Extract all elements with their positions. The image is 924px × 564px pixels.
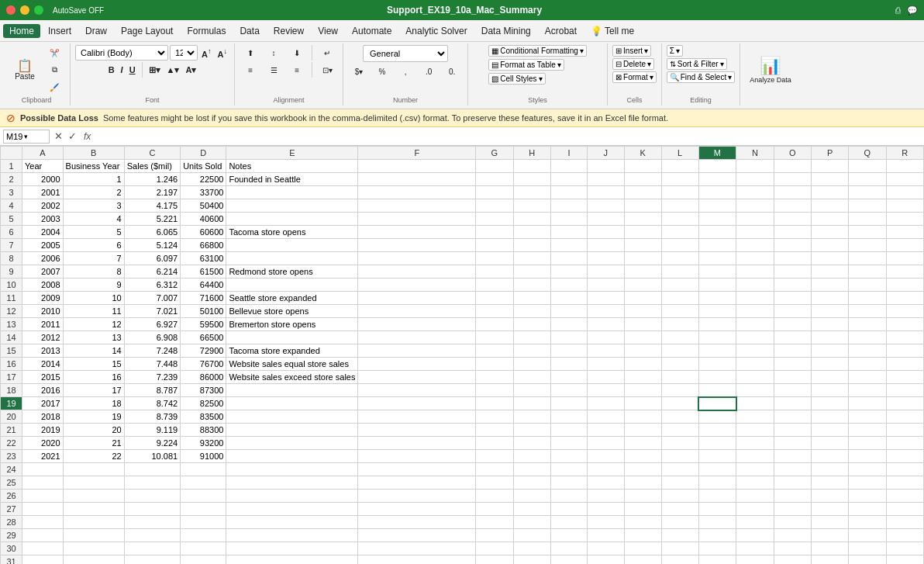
format-as-table-btn[interactable]: ▤ Format as Table ▾	[488, 59, 564, 71]
cell[interactable]	[358, 529, 476, 542]
cell[interactable]	[736, 450, 774, 463]
cell[interactable]	[849, 239, 886, 252]
menu-data-mining[interactable]: Data Mining	[475, 24, 537, 38]
cell[interactable]	[774, 226, 811, 239]
cell[interactable]	[550, 424, 587, 437]
col-header-q[interactable]: Q	[849, 147, 886, 160]
cell[interactable]	[698, 292, 736, 305]
cell[interactable]	[181, 490, 226, 503]
cell[interactable]	[811, 252, 848, 265]
cell[interactable]	[624, 265, 661, 279]
cell[interactable]	[886, 213, 923, 226]
cell[interactable]	[624, 463, 661, 476]
cell[interactable]	[63, 542, 124, 555]
row-number[interactable]: 2	[1, 173, 22, 186]
cell[interactable]	[698, 265, 736, 279]
menu-review[interactable]: Review	[267, 24, 310, 38]
cell[interactable]	[661, 252, 698, 265]
col-header-h[interactable]: H	[513, 147, 550, 160]
cell[interactable]	[226, 331, 358, 344]
cell[interactable]	[476, 463, 513, 476]
cell[interactable]	[886, 173, 923, 186]
col-header-b[interactable]: B	[63, 147, 124, 160]
cell[interactable]	[358, 186, 476, 199]
cell[interactable]	[476, 397, 513, 410]
cell[interactable]	[886, 410, 923, 424]
cell[interactable]	[849, 410, 886, 424]
cell[interactable]	[513, 213, 550, 226]
cell[interactable]	[624, 213, 661, 226]
cancel-formula-btn[interactable]: ✕	[53, 130, 64, 142]
cell[interactable]	[550, 437, 587, 450]
cell[interactable]	[774, 358, 811, 371]
cell[interactable]	[698, 160, 736, 173]
cell[interactable]	[550, 226, 587, 239]
cell[interactable]	[513, 410, 550, 424]
cell[interactable]	[811, 344, 848, 358]
cell[interactable]	[661, 305, 698, 318]
cell[interactable]	[849, 279, 886, 292]
col-header-c[interactable]: C	[124, 147, 180, 160]
cell[interactable]	[587, 384, 624, 397]
cell[interactable]	[811, 213, 848, 226]
row-number[interactable]: 25	[1, 476, 22, 490]
cell[interactable]: 6	[63, 239, 124, 252]
cell[interactable]	[624, 397, 661, 410]
cell[interactable]	[624, 450, 661, 463]
cell[interactable]	[513, 397, 550, 410]
cell[interactable]: 7.448	[124, 358, 180, 371]
cell[interactable]: 11	[63, 305, 124, 318]
row-number[interactable]: 1	[1, 160, 22, 173]
cell[interactable]: 50100	[181, 305, 226, 318]
cell[interactable]	[587, 516, 624, 529]
cell[interactable]: 2009	[22, 292, 64, 305]
cell[interactable]	[849, 529, 886, 542]
cell[interactable]	[886, 160, 923, 173]
cell[interactable]	[698, 279, 736, 292]
cell[interactable]	[736, 410, 774, 424]
cell[interactable]	[698, 437, 736, 450]
cell[interactable]	[661, 279, 698, 292]
col-header-l[interactable]: L	[661, 147, 698, 160]
cell[interactable]	[849, 252, 886, 265]
cell[interactable]	[550, 173, 587, 186]
cell[interactable]	[587, 542, 624, 555]
cell[interactable]: 2017	[22, 397, 64, 410]
cell[interactable]	[811, 265, 848, 279]
menu-formulas[interactable]: Formulas	[181, 24, 232, 38]
cell[interactable]	[624, 358, 661, 371]
cell[interactable]: Business Year	[63, 160, 124, 173]
row-number[interactable]: 14	[1, 331, 22, 344]
cell[interactable]	[226, 252, 358, 265]
row-number[interactable]: 15	[1, 344, 22, 358]
cell[interactable]: 7.021	[124, 305, 180, 318]
cell[interactable]	[886, 490, 923, 503]
cell[interactable]	[476, 424, 513, 437]
cell-ref-dropdown[interactable]: ▾	[24, 133, 28, 140]
cell[interactable]	[886, 305, 923, 318]
cell[interactable]	[181, 516, 226, 529]
cell[interactable]	[624, 437, 661, 450]
cell[interactable]	[550, 160, 587, 173]
cell[interactable]	[886, 384, 923, 397]
cell[interactable]	[226, 279, 358, 292]
cell[interactable]: Bellevue store opens	[226, 305, 358, 318]
row-number[interactable]: 18	[1, 384, 22, 397]
cell[interactable]	[698, 555, 736, 565]
cell[interactable]	[661, 265, 698, 279]
cell[interactable]	[736, 173, 774, 186]
cell[interactable]	[513, 279, 550, 292]
cell[interactable]	[226, 213, 358, 226]
cell[interactable]	[886, 542, 923, 555]
cell[interactable]	[550, 186, 587, 199]
cell[interactable]	[661, 397, 698, 410]
cell[interactable]	[63, 463, 124, 476]
col-header-e[interactable]: E	[226, 147, 358, 160]
cell[interactable]	[513, 476, 550, 490]
cell[interactable]	[358, 213, 476, 226]
cell[interactable]: 6.908	[124, 331, 180, 344]
cell[interactable]	[476, 529, 513, 542]
cell[interactable]	[624, 490, 661, 503]
cell[interactable]	[476, 318, 513, 331]
cell[interactable]	[587, 424, 624, 437]
